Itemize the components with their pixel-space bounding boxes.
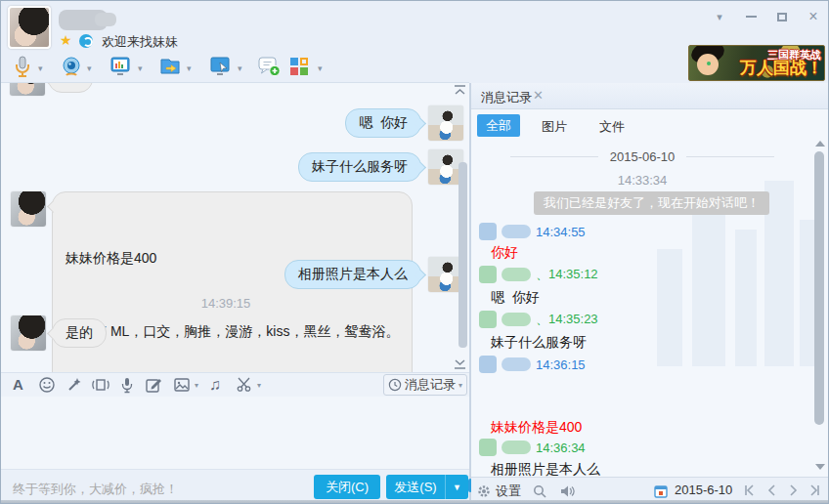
history-tab-close-icon[interactable]: ✕ <box>533 88 544 103</box>
message-input-area[interactable] <box>1 397 469 469</box>
filter-tab-files[interactable]: 文件 <box>599 118 625 136</box>
expand-down-icon[interactable] <box>454 358 466 370</box>
close-window-button[interactable]: × <box>805 9 822 24</box>
settings-label[interactable]: 设置 <box>496 483 521 500</box>
ad-character-eye <box>707 62 711 65</box>
compose-icon[interactable] <box>145 376 162 394</box>
window-controls: ▾ × <box>711 9 822 24</box>
scroll-down-arrow[interactable] <box>815 464 825 470</box>
clock-icon <box>388 378 402 392</box>
music-icon[interactable]: ♫ <box>209 376 227 394</box>
censored-name <box>502 357 531 371</box>
history-entry-header: 、14:35:23 <box>479 311 598 328</box>
censored-name <box>502 313 531 326</box>
message-history-label: 消息记录 <box>405 376 456 394</box>
qzone-icon[interactable] <box>79 34 93 48</box>
video-call-dropdown[interactable]: ▾ <box>87 63 92 73</box>
received-message: 是的 <box>52 318 107 348</box>
image-dropdown[interactable]: ▾ <box>195 381 198 390</box>
video-call-icon[interactable] <box>60 55 83 78</box>
remote-desktop-dropdown[interactable]: ▾ <box>238 63 242 73</box>
create-session-icon[interactable] <box>257 55 281 78</box>
sent-message: 相册照片是本人么 <box>284 260 421 289</box>
image-icon[interactable] <box>173 376 191 394</box>
last-page-icon[interactable] <box>808 483 822 501</box>
ad-headline: 万人国战！ <box>740 57 823 79</box>
game-ad-banner[interactable]: 三国群英战 万人国战！ <box>688 45 825 81</box>
close-button[interactable]: 关闭(C) <box>314 475 380 499</box>
window-shake-icon[interactable] <box>91 376 109 394</box>
censored-avatar <box>479 356 497 373</box>
scroll-up-arrow[interactable] <box>815 141 825 147</box>
contact-avatar[interactable] <box>8 6 51 49</box>
history-date[interactable]: 2015-6-10 <box>675 483 732 497</box>
history-entry-header: 14:36:15 <box>479 356 586 373</box>
system-notice: 我们已经是好友了，现在开始对话吧！ <box>534 191 769 215</box>
qq-apps-icon[interactable] <box>287 55 311 78</box>
filter-tab-all[interactable]: 全部 <box>477 114 520 137</box>
sent-message: 妹子什么服务呀 <box>298 152 421 182</box>
send-button[interactable]: 发送(S) <box>386 475 445 499</box>
history-tab[interactable]: 消息记录 <box>481 89 532 106</box>
received-message-line2: 服务有 ML，口交，胸推，漫游，kiss，黑丝，鸳鸯浴。 <box>65 319 399 344</box>
screenshot-dropdown[interactable]: ▾ <box>257 381 261 390</box>
filter-tab-images[interactable]: 图片 <box>542 118 567 136</box>
history-tab-bar: 消息记录 ✕ <box>471 83 829 109</box>
message-history-panel: 消息记录 ✕ 全部 图片 文件 2015-06-10 14:33:34 我们已经… <box>471 83 829 504</box>
history-entry-time: 14:36:34 <box>536 441 586 455</box>
file-transfer-icon[interactable] <box>158 55 182 78</box>
censored-avatar <box>479 223 497 240</box>
history-entry-header: 14:34:55 <box>479 223 586 240</box>
collapse-up-icon[interactable] <box>454 85 466 97</box>
screen-demo-dropdown[interactable]: ▾ <box>138 63 143 73</box>
history-entry-time: 、14:35:23 <box>536 311 598 328</box>
first-page-icon[interactable] <box>742 483 756 501</box>
qq-chat-window: ★ 欢迎来找妹妹 ▾ × ▾ ▾ ▾ ▾ ▾ <box>0 0 829 504</box>
composer-toolbar: A ▾ ♫ ▾ 消息记录 ▾ <box>1 372 469 397</box>
magic-wand-icon[interactable] <box>65 376 83 394</box>
screen-demo-icon[interactable] <box>109 55 132 78</box>
remote-desktop-icon[interactable] <box>208 55 232 78</box>
sent-message: 嗯 你好 <box>345 108 421 138</box>
previous-page-icon[interactable] <box>764 483 778 501</box>
censored-name <box>502 225 531 238</box>
chat-toolbar: ▾ ▾ ▾ ▾ ▾ ▾ <box>1 52 469 83</box>
chat-message-partial <box>48 83 93 93</box>
emoticon-icon[interactable] <box>38 376 56 394</box>
chat-scrollbar-thumb[interactable] <box>458 162 467 348</box>
voice-call-icon[interactable] <box>11 55 34 78</box>
history-message-line1: 妹妹价格是400 <box>491 417 815 438</box>
screenshot-scissors-icon[interactable] <box>236 376 253 394</box>
history-entry-time: 14:36:15 <box>536 357 586 372</box>
history-entry-time: 、14:35:12 <box>536 266 598 283</box>
contact-avatar-small[interactable] <box>10 83 45 96</box>
vip-star-icon: ★ <box>60 32 72 48</box>
next-page-icon[interactable] <box>787 483 801 501</box>
history-timestamp: 14:33:34 <box>471 173 813 188</box>
voice-message-icon[interactable] <box>118 376 136 394</box>
voice-call-dropdown[interactable]: ▾ <box>38 63 43 73</box>
chat-message-area: 嗯 你好 妹子什么服务呀 妹妹价格是400 服务有 ML，口交，胸推，漫游，ki… <box>1 83 469 372</box>
file-transfer-dropdown[interactable]: ▾ <box>187 63 192 73</box>
date-separator-label: 2015-06-10 <box>610 149 676 164</box>
qq-apps-dropdown[interactable]: ▾ <box>318 63 323 73</box>
censored-avatar <box>479 439 497 456</box>
message-history-button[interactable]: 消息记录 ▾ <box>383 374 467 396</box>
window-menu-button[interactable]: ▾ <box>711 9 728 24</box>
my-avatar[interactable] <box>428 105 463 141</box>
censored-avatar <box>479 266 497 283</box>
history-entry-header: 14:36:34 <box>479 439 586 456</box>
maximize-button[interactable] <box>773 9 791 24</box>
history-dropdown-caret: ▾ <box>458 381 462 390</box>
date-separator: 2015-06-10 <box>510 149 774 164</box>
history-scrollbar-thumb[interactable] <box>814 151 824 425</box>
contact-avatar-small[interactable] <box>11 191 46 227</box>
censored-name <box>502 441 531 454</box>
chat-time-divider: 14:39:15 <box>1 296 451 311</box>
send-options-caret[interactable]: ▼ <box>445 475 468 499</box>
contact-avatar-small[interactable] <box>11 315 46 351</box>
censored-contact-name-2 <box>95 13 116 26</box>
history-entry-header: 、14:35:12 <box>479 266 598 283</box>
minimize-button[interactable] <box>742 9 760 24</box>
font-style-icon[interactable]: A <box>13 376 30 394</box>
